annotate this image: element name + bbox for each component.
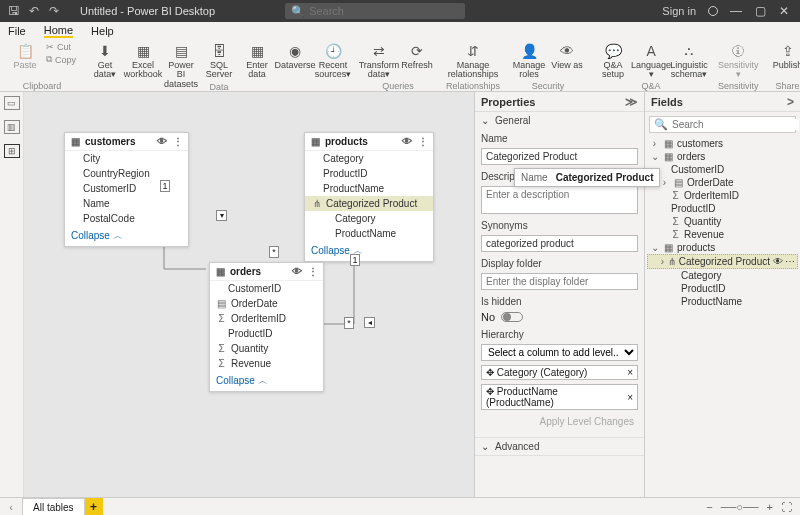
- model-canvas[interactable]: ▦customers👁⋮ City CountryRegion Customer…: [24, 92, 474, 497]
- tree-field[interactable]: ProductName: [647, 295, 798, 308]
- name-input[interactable]: [481, 148, 638, 165]
- field-row[interactable]: ProductID: [210, 326, 323, 341]
- fields-search[interactable]: 🔍: [649, 116, 796, 133]
- linguistic-button[interactable]: ⛬Linguistic schema▾: [672, 42, 706, 80]
- entity-orders[interactable]: ▦orders👁⋮ CustomerID ▤OrderDate ΣOrderIt…: [209, 262, 324, 392]
- transform-button[interactable]: ⇄Transform data▾: [362, 42, 396, 80]
- enter-data-button[interactable]: ▦Enter data: [240, 42, 274, 80]
- more-icon[interactable]: ⋮: [418, 136, 428, 147]
- titlebar-search-input[interactable]: [309, 5, 449, 17]
- hierarchy-level[interactable]: ✥ ProductName (ProductName)×: [481, 384, 638, 410]
- pbids-button[interactable]: ▤Power BI datasets: [164, 42, 198, 89]
- more-icon[interactable]: ⋮: [173, 136, 183, 147]
- field-row[interactable]: ProductName: [305, 226, 433, 241]
- tree-table[interactable]: ⌄▦orders: [647, 150, 798, 163]
- field-row[interactable]: CountryRegion: [65, 166, 188, 181]
- entity-customers[interactable]: ▦customers👁⋮ City CountryRegion Customer…: [64, 132, 189, 247]
- excel-button[interactable]: ▦Excel workbook: [126, 42, 160, 80]
- tab-file[interactable]: File: [8, 25, 26, 37]
- tree-field[interactable]: ΣRevenue: [647, 228, 798, 241]
- field-row[interactable]: ▤OrderDate: [210, 296, 323, 311]
- hierarchy-level[interactable]: ✥ Category (Category)×: [481, 365, 638, 380]
- get-data-button[interactable]: ⬇Get data▾: [88, 42, 122, 80]
- field-row[interactable]: ΣRevenue: [210, 356, 323, 371]
- tree-table[interactable]: ›▦customers: [647, 137, 798, 150]
- report-view-icon[interactable]: ▭: [4, 96, 20, 110]
- copy-button[interactable]: ⧉Copy: [46, 54, 76, 65]
- zoom-in-icon[interactable]: +: [767, 501, 773, 513]
- language-button[interactable]: ALanguage ▾: [634, 42, 668, 80]
- collapse-link[interactable]: Collapse ︿: [305, 241, 433, 261]
- sensitivity-button[interactable]: 🛈Sensitivity ▾: [721, 42, 755, 80]
- field-row[interactable]: ProductName: [305, 181, 433, 196]
- close-button[interactable]: ✕: [772, 4, 796, 18]
- model-view-icon[interactable]: ⊞: [4, 144, 20, 158]
- field-row[interactable]: ΣOrderItemID: [210, 311, 323, 326]
- sql-button[interactable]: 🗄SQL Server: [202, 42, 236, 80]
- hierarchy-select[interactable]: Select a column to add level...: [481, 344, 638, 361]
- field-row[interactable]: PostalCode: [65, 211, 188, 226]
- eye-icon[interactable]: 👁: [292, 266, 302, 277]
- refresh-button[interactable]: ⟳Refresh: [400, 42, 434, 70]
- eye-icon[interactable]: 👁: [157, 136, 167, 147]
- fit-to-page-icon[interactable]: ⛶: [781, 501, 792, 513]
- qa-setup-button[interactable]: 💬Q&A setup: [596, 42, 630, 80]
- tab-help[interactable]: Help: [91, 25, 114, 37]
- section-advanced[interactable]: ⌄Advanced: [475, 438, 644, 455]
- field-row[interactable]: Name: [65, 196, 188, 211]
- eye-icon[interactable]: 👁: [773, 256, 783, 267]
- minimize-button[interactable]: —: [724, 4, 748, 18]
- dataverse-button[interactable]: ◉Dataverse: [278, 42, 312, 70]
- layout-tab[interactable]: All tables: [22, 498, 85, 516]
- field-row[interactable]: ProductID: [305, 166, 433, 181]
- signin-link[interactable]: Sign in: [662, 5, 696, 17]
- manage-roles-button[interactable]: 👤Manage roles: [512, 42, 546, 80]
- tree-table[interactable]: ⌄▦products: [647, 241, 798, 254]
- tree-field[interactable]: ProductID: [647, 282, 798, 295]
- account-icon[interactable]: [708, 6, 718, 16]
- tree-field[interactable]: ΣOrderItemID: [647, 189, 798, 202]
- fields-search-input[interactable]: [672, 119, 799, 130]
- tab-home[interactable]: Home: [44, 24, 73, 38]
- add-layout-button[interactable]: +: [85, 498, 103, 516]
- tree-hierarchy[interactable]: ›⋔Categorized Product👁⋯: [647, 254, 798, 269]
- tree-field[interactable]: ›▤OrderDate: [647, 176, 798, 189]
- remove-level-icon[interactable]: ×: [627, 392, 633, 403]
- tab-scroll-left[interactable]: ‹: [0, 501, 22, 513]
- tree-field[interactable]: CustomerID: [647, 163, 798, 176]
- field-row[interactable]: Category: [305, 211, 433, 226]
- tree-field[interactable]: ΣQuantity: [647, 215, 798, 228]
- collapse-link[interactable]: Collapse ︿: [210, 371, 323, 391]
- apply-level-changes[interactable]: Apply Level Changes: [481, 414, 638, 431]
- more-icon[interactable]: ⋮: [308, 266, 318, 277]
- save-icon[interactable]: 🖫: [4, 1, 24, 21]
- data-view-icon[interactable]: ▥: [4, 120, 20, 134]
- recent-button[interactable]: 🕘Recent sources▾: [316, 42, 350, 80]
- field-row[interactable]: Category: [305, 151, 433, 166]
- relationships-button[interactable]: ⇵Manage relationships: [456, 42, 490, 80]
- tree-field[interactable]: Category: [647, 269, 798, 282]
- undo-icon[interactable]: ↶: [24, 1, 44, 21]
- collapse-pane-icon[interactable]: ≫: [625, 95, 638, 109]
- publish-button[interactable]: ⇪Publish: [771, 42, 800, 70]
- zoom-slider[interactable]: ──○──: [721, 501, 759, 513]
- section-general[interactable]: ⌄General: [475, 112, 644, 129]
- eye-icon[interactable]: 👁: [402, 136, 412, 147]
- collapse-pane-icon[interactable]: >: [787, 95, 794, 109]
- ishidden-toggle[interactable]: [501, 312, 523, 322]
- field-row-hierarchy[interactable]: ⋔Categorized Product: [305, 196, 433, 211]
- synonyms-input[interactable]: [481, 235, 638, 252]
- maximize-button[interactable]: ▢: [748, 4, 772, 18]
- description-input[interactable]: [481, 186, 638, 214]
- paste-button[interactable]: 📋Paste: [8, 42, 42, 70]
- displayfolder-input[interactable]: [481, 273, 638, 290]
- cut-button[interactable]: ✂Cut: [46, 42, 76, 52]
- redo-icon[interactable]: ↷: [44, 1, 64, 21]
- more-icon[interactable]: ⋯: [785, 256, 795, 267]
- remove-level-icon[interactable]: ×: [627, 367, 633, 378]
- tree-field[interactable]: ProductID: [647, 202, 798, 215]
- field-row[interactable]: ΣQuantity: [210, 341, 323, 356]
- field-row[interactable]: CustomerID: [210, 281, 323, 296]
- entity-products[interactable]: ▦products👁⋮ Category ProductID ProductNa…: [304, 132, 434, 262]
- field-row[interactable]: City: [65, 151, 188, 166]
